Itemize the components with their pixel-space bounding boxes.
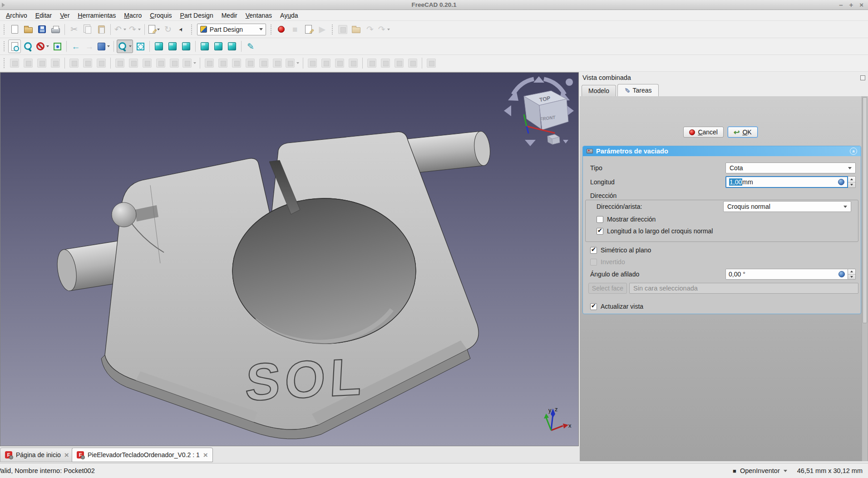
collapse-icon[interactable]: «	[850, 148, 857, 155]
angulo-stepper[interactable]	[848, 269, 856, 280]
top-view-icon[interactable]	[166, 39, 179, 53]
close-button[interactable]: ×	[859, 0, 863, 10]
toolbar-drag-handle[interactable]	[3, 58, 5, 69]
navigation-cube[interactable]: TOP FRONT	[500, 75, 577, 148]
axonometric-view-icon[interactable]	[134, 39, 147, 53]
toolbar-drag-handle[interactable]	[3, 24, 5, 35]
actualizar-vista-checkbox[interactable]: Actualizar vista	[590, 303, 643, 310]
close-tab-icon[interactable]: ×	[64, 451, 69, 459]
bottom-view-icon[interactable]	[212, 39, 225, 53]
mostrar-direccion-checkbox[interactable]: Mostrar dirección	[597, 216, 656, 223]
left-view-icon[interactable]	[226, 39, 238, 53]
navcube-left-arrow-icon[interactable]	[504, 105, 511, 116]
dropdown-arrow-icon[interactable]	[123, 29, 126, 30]
front-view-icon[interactable]	[153, 39, 165, 53]
sphere-detail[interactable]	[112, 202, 136, 227]
open-file-icon[interactable]	[22, 23, 35, 36]
nav-back-icon[interactable]: ←	[69, 39, 82, 53]
new-document-icon[interactable]	[8, 23, 21, 36]
navcube-mini-cube[interactable]	[547, 134, 560, 144]
menu-macro[interactable]: Macro	[120, 11, 146, 20]
dropdown-arrow-icon[interactable]	[138, 29, 141, 30]
longitud-value[interactable]: 1,00	[729, 178, 742, 186]
macro-edit-icon[interactable]	[302, 23, 315, 36]
panel-scrollbar[interactable]	[862, 96, 868, 461]
tipo-combobox[interactable]: Cota	[725, 163, 856, 173]
renderer-selector[interactable]: OpenInventor	[740, 467, 780, 474]
tab-modelo[interactable]: Modelo	[582, 85, 616, 96]
dropdown-arrow-icon[interactable]	[107, 45, 110, 47]
menu-part-design[interactable]: Part Design	[176, 11, 217, 20]
dropdown-arrow-icon[interactable]	[129, 45, 132, 47]
expression-icon[interactable]	[838, 179, 844, 185]
toolbar-drag-handle[interactable]	[3, 41, 5, 52]
menu-ventanas[interactable]: Ventanas	[242, 11, 276, 20]
close-tab-icon[interactable]: ×	[203, 451, 208, 459]
spin-down-icon[interactable]	[850, 276, 853, 278]
navcube-rotate-up-icon[interactable]	[533, 76, 544, 83]
simetrico-checkbox[interactable]: Simétrico al plano	[590, 246, 651, 254]
checkbox-icon[interactable]	[597, 228, 603, 235]
menu-ver[interactable]: Ver	[56, 11, 74, 20]
rear-view-icon[interactable]	[198, 39, 211, 53]
fit-selection-icon[interactable]	[8, 39, 21, 53]
toolbar-drag-handle[interactable]	[191, 24, 193, 35]
menu-ayuda[interactable]: Ayuda	[276, 11, 302, 20]
angulo-spinbox[interactable]: 0,00 °	[725, 269, 856, 280]
direccion-arista-combobox[interactable]: Croquis normal	[723, 201, 851, 212]
clipping-plane-icon[interactable]	[35, 39, 50, 53]
navcube-down-arrow-icon[interactable]	[525, 140, 536, 146]
longitud-croquis-checkbox[interactable]: Longitud a lo largo del croquis normal	[597, 227, 713, 235]
doctab-pagina-de-inicio[interactable]: F Página de inicio ×	[0, 448, 74, 462]
maximize-button[interactable]: +	[849, 0, 853, 10]
3d-viewport[interactable]: SOL TOP FRONT	[0, 72, 579, 446]
chevron-down-icon[interactable]	[784, 470, 787, 472]
doctab-document[interactable]: F PieElevadorTecladoOrdenador_V0.2 : 1 ×	[72, 448, 213, 462]
float-panel-icon[interactable]	[860, 75, 865, 80]
spin-up-icon[interactable]	[850, 178, 853, 180]
view-dimensions: 46,51 mm x 30,12 mm	[797, 467, 863, 474]
checkbox-icon[interactable]	[590, 247, 597, 254]
macro-record-icon[interactable]	[275, 23, 288, 36]
longitud-stepper[interactable]	[848, 176, 856, 188]
menu-archivo[interactable]: Archivo	[2, 11, 31, 20]
spin-up-icon[interactable]	[850, 271, 853, 272]
print-icon[interactable]	[49, 23, 62, 36]
zoom-icon[interactable]	[117, 39, 133, 53]
ok-button[interactable]: ↩ OK	[728, 127, 758, 138]
expression-icon[interactable]	[838, 271, 845, 277]
measure-icon[interactable]: ✎	[244, 39, 257, 53]
save-icon[interactable]	[35, 23, 48, 36]
dropdown-arrow-icon[interactable]	[296, 62, 299, 64]
scrollbar-thumb[interactable]	[863, 97, 867, 323]
tab-tareas[interactable]: ✎ Tareas	[617, 84, 659, 96]
minimize-button[interactable]: –	[839, 0, 843, 10]
spin-down-icon[interactable]	[850, 184, 853, 186]
dropdown-arrow-icon[interactable]	[387, 29, 390, 30]
menu-editar[interactable]: Editar	[31, 11, 56, 20]
angulo-value[interactable]: 0,00 °	[729, 271, 745, 278]
engraved-text[interactable]: SOL	[244, 347, 368, 411]
taskbox-header[interactable]: Parámetros de vaciado «	[583, 146, 861, 156]
menu-croquis[interactable]: Croquis	[146, 11, 176, 20]
workbench-selector[interactable]: Part Design	[197, 24, 266, 35]
menu-herramientas[interactable]: Herramientas	[74, 11, 120, 20]
menu-medir[interactable]: Medir	[217, 11, 242, 20]
longitud-spinbox[interactable]: 1,00 mm	[725, 176, 856, 188]
edit-mode-icon[interactable]	[148, 23, 161, 36]
right-view-icon[interactable]	[180, 39, 192, 53]
linked-view-icon[interactable]	[97, 39, 111, 53]
toolbar-drag-handle[interactable]	[331, 24, 334, 35]
whats-this-icon[interactable]	[175, 23, 188, 36]
checkbox-icon[interactable]	[590, 303, 597, 310]
3d-model-pocket-part[interactable]: SOL	[0, 73, 578, 446]
checkbox-icon[interactable]	[597, 216, 603, 223]
toolbar-drag-handle[interactable]	[270, 24, 272, 35]
navcube-dot-icon[interactable]	[566, 79, 573, 86]
navcube-menu-arrow-icon[interactable]	[563, 140, 568, 143]
cancel-button[interactable]: Cancel	[683, 127, 724, 138]
dropdown-arrow-icon[interactable]	[46, 45, 49, 47]
fit-all-icon[interactable]	[22, 39, 35, 53]
dropdown-arrow-icon[interactable]	[193, 62, 196, 64]
box-selection-icon[interactable]	[51, 39, 64, 53]
